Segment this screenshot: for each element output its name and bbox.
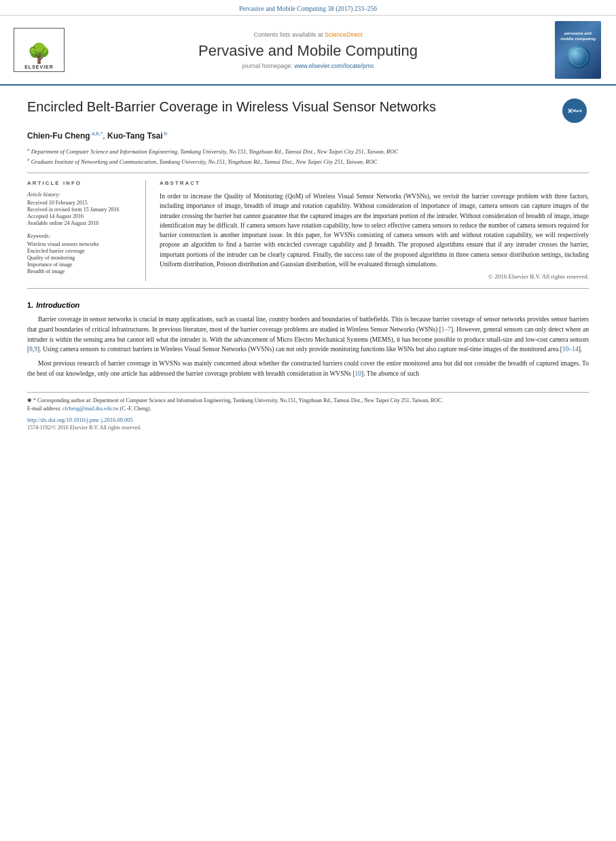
- ref-link-10-14[interactable]: 10–14: [562, 346, 579, 353]
- article-info-column: ARTICLE INFO Article history: Received 1…: [27, 180, 146, 281]
- intro-paragraph-1: Barrier coverage in sensor networks is c…: [27, 315, 589, 355]
- tree-icon: 🌳: [27, 44, 51, 63]
- author-1-name: Chien-Fu Cheng: [27, 131, 90, 141]
- crossmark-icon: ✕Mark: [562, 99, 587, 123]
- affil-2-label: b: [27, 157, 30, 162]
- abstract-column: ABSTRACT In order to increase the Qualit…: [160, 180, 589, 281]
- email-suffix: (C.-F. Cheng).: [120, 406, 151, 412]
- elsevier-logo: 🌳 ELSEVIER: [14, 28, 68, 72]
- keyword-4: Importance of image: [27, 262, 137, 268]
- footnote-email-line: E-mail address: cfcheng@mail.tku.edu.tw …: [27, 405, 589, 413]
- globe-icon: [566, 45, 590, 69]
- email-link[interactable]: cfcheng@mail.tku.edu.tw: [62, 406, 119, 412]
- article-title-section: Encircled Belt-Barrier Coverage in Wirel…: [27, 86, 589, 130]
- accepted-date: Accepted 14 August 2016: [27, 213, 137, 219]
- keyword-1: Wireless visual sensors networks: [27, 241, 137, 247]
- ref-link-1-7[interactable]: 1–7: [441, 326, 451, 333]
- keywords-label: Keywords:: [27, 233, 137, 239]
- homepage-line: journal homepage: www.elsevier.com/locat…: [68, 62, 548, 69]
- footnote-star-note: ✱ * Corresponding author at: Department …: [27, 397, 589, 405]
- affil-1-text: Department of Computer Science and Infor…: [31, 148, 398, 155]
- issn-line: 1574-1192/© 2016 Elsevier B.V. All right…: [27, 425, 589, 431]
- footnote-star-symbol: ✱: [27, 397, 33, 404]
- article-history-block: Article history: Received 10 February 20…: [27, 192, 137, 226]
- footnotes-section: ✱ * Corresponding author at: Department …: [27, 392, 589, 431]
- ref-link-10[interactable]: 10: [355, 370, 362, 377]
- doi-link[interactable]: http://dx.doi.org/10.1016/j.pmc j.2016.0…: [27, 416, 133, 423]
- author-2-sup: b: [163, 130, 168, 137]
- authors-line: Chien-Fu Cheng a,b,*, Kuo-Tang Tsai b: [27, 130, 589, 141]
- author-1-sup: a,b,*: [90, 130, 103, 137]
- article-info-abstract-section: ARTICLE INFO Article history: Received 1…: [27, 180, 589, 281]
- abstract-text: In order to increase the Quality of Moni…: [160, 192, 589, 269]
- section-heading: 1. Introduction: [27, 301, 589, 309]
- received-revised-date: Received in revised form 15 January 2016: [27, 207, 137, 213]
- paper-content: Encircled Belt-Barrier Coverage in Wirel…: [0, 86, 616, 431]
- affiliations-section: a Department of Computer Science and Inf…: [27, 146, 589, 166]
- article-title: Encircled Belt-Barrier Coverage in Wirel…: [27, 98, 555, 115]
- journal-reference-bar: Pervasive and Mobile Computing 38 (2017)…: [0, 0, 616, 16]
- abstract-header: ABSTRACT: [160, 180, 589, 186]
- sciencedirect-link[interactable]: ScienceDirect: [325, 31, 363, 38]
- affil-1-label: a: [27, 147, 30, 152]
- section-number: 1.: [27, 301, 33, 309]
- body-divider: [27, 288, 589, 289]
- sciencedirect-line: Contents lists available at ScienceDirec…: [68, 31, 548, 38]
- keyword-2: Encircled barrier coverage: [27, 248, 137, 254]
- journal-reference-text: Pervasive and Mobile Computing 38 (2017)…: [239, 5, 377, 12]
- keywords-block: Keywords: Wireless visual sensors networ…: [27, 233, 137, 274]
- ref-link-8-9[interactable]: 8,9: [29, 346, 37, 353]
- affil-2-text: Graduate Institute of Networking and Com…: [31, 158, 378, 164]
- keyword-5: Breadth of image: [27, 268, 137, 274]
- journal-thumbnail: pervasive and mobile computing: [555, 21, 602, 79]
- available-date: Available online 24 August 2016: [27, 220, 137, 226]
- history-label: Article history:: [27, 192, 137, 198]
- section-title: Introduction: [36, 301, 79, 309]
- affil-1: a Department of Computer Science and Inf…: [27, 146, 589, 156]
- homepage-text: journal homepage:: [242, 62, 293, 69]
- section-divider: [27, 173, 589, 173]
- header-center: Contents lists available at ScienceDirec…: [68, 31, 548, 69]
- received-date: Received 10 February 2015: [27, 200, 137, 206]
- homepage-url-link[interactable]: www.elsevier.com/locate/pmc: [294, 62, 374, 69]
- author-2-name: Kuo-Tang Tsai: [107, 131, 163, 141]
- introduction-section: 1. Introduction Barrier coverage in sens…: [27, 301, 589, 378]
- footnote-corresponding-text: * Corresponding author at: Department of…: [33, 397, 443, 404]
- email-label: E-mail address:: [27, 406, 61, 412]
- affil-2: b Graduate Institute of Networking and C…: [27, 156, 589, 166]
- crossmark-logo[interactable]: ✕Mark: [562, 98, 589, 124]
- intro-paragraph-2: Most previous research of barrier covera…: [27, 359, 589, 378]
- copyright-line: © 2016 Elsevier B.V. All rights reserved…: [160, 273, 589, 280]
- elsevier-label: ELSEVIER: [24, 65, 54, 69]
- journal-header: 🌳 ELSEVIER Contents lists available at S…: [0, 16, 616, 86]
- journal-title: Pervasive and Mobile Computing: [68, 42, 548, 60]
- keyword-3: Quality of monitoring: [27, 255, 137, 261]
- thumb-title: pervasive and mobile computing: [558, 31, 598, 42]
- contents-text: Contents lists available at: [253, 31, 323, 38]
- article-info-header: ARTICLE INFO: [27, 180, 137, 186]
